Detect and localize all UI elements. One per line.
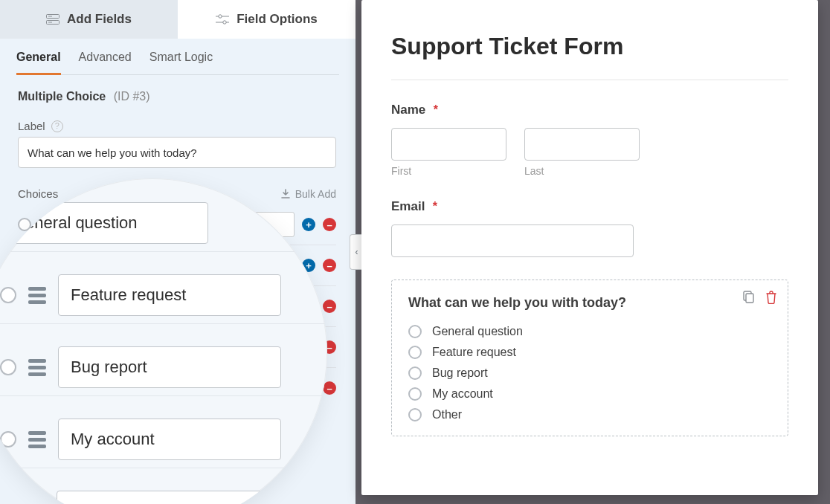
email-label: Email [391, 199, 425, 213]
help-icon[interactable]: ? [51, 120, 63, 132]
svg-point-6 [219, 15, 222, 18]
subtabs: General Advanced Smart Logic [16, 51, 339, 75]
svg-rect-9 [746, 294, 753, 303]
tab-add-fields[interactable]: Add Fields [0, 0, 178, 39]
bulk-add-button[interactable]: Bulk Add [280, 188, 336, 200]
panel-tabs: Add Fields Field Options [0, 0, 356, 39]
remove-choice-icon[interactable]: – [323, 340, 336, 354]
magnified-choice: My account [58, 419, 281, 460]
sidebar: Add Fields Field Options General Advance… [0, 0, 356, 504]
option-row[interactable]: Other [408, 404, 771, 425]
radio-input[interactable] [408, 387, 422, 401]
tab-add-fields-label: Add Fields [67, 12, 132, 27]
drag-handle-icon[interactable] [39, 219, 52, 230]
magnified-drag-icon [28, 431, 46, 448]
form-title: Support Ticket Form [391, 0, 788, 80]
default-radio[interactable] [18, 381, 31, 395]
trash-icon[interactable] [765, 291, 777, 304]
bulk-add-label: Bulk Add [295, 188, 336, 200]
subtab-smart[interactable]: Smart Logic [149, 51, 213, 75]
add-choice-icon[interactable]: + [302, 300, 315, 313]
tab-field-options[interactable]: Field Options [178, 0, 356, 39]
subtab-advanced[interactable]: Advanced [79, 51, 132, 75]
add-choice-icon[interactable]: + [302, 381, 315, 395]
radio-input[interactable] [408, 346, 422, 359]
first-sublabel: First [391, 165, 506, 177]
choice-input[interactable] [59, 212, 295, 237]
option-label: Bug report [432, 366, 488, 380]
required-mark: * [433, 200, 437, 213]
magnified-choice: Other [57, 491, 280, 504]
drag-handle-icon[interactable] [39, 342, 52, 353]
svg-point-7 [223, 21, 226, 24]
option-label: Feature request [432, 346, 516, 359]
add-choice-icon[interactable]: + [302, 259, 315, 272]
choice-list: + – + – + – [18, 204, 336, 408]
choice-row: + – [18, 204, 336, 245]
choice-input[interactable] [59, 294, 295, 319]
option-label: Other [432, 408, 462, 421]
default-radio[interactable] [18, 340, 31, 354]
field-heading: Multiple Choice (ID #3) [18, 90, 338, 103]
radio-input[interactable] [408, 408, 422, 421]
selected-field-block[interactable]: What can we help you with today? General… [391, 280, 788, 436]
default-radio[interactable] [18, 259, 31, 272]
required-mark: * [434, 103, 438, 116]
name-label: Name [391, 103, 425, 117]
add-choice-icon[interactable]: + [302, 340, 315, 354]
drag-handle-icon[interactable] [39, 301, 52, 312]
label-caption: Label [18, 120, 45, 132]
remove-choice-icon[interactable]: – [323, 381, 336, 395]
drag-handle-icon[interactable] [39, 383, 52, 394]
duplicate-icon[interactable] [741, 291, 755, 304]
form-preview: Support Ticket Form Name * First Last Em… [361, 0, 818, 495]
add-fields-icon [46, 14, 59, 25]
sliders-icon [216, 14, 229, 25]
choice-row: + – [18, 326, 336, 367]
remove-choice-icon[interactable]: – [323, 259, 336, 272]
remove-choice-icon[interactable]: – [323, 218, 336, 231]
choice-row: + – [18, 245, 336, 285]
choices-caption: Choices [18, 187, 58, 200]
choice-input[interactable] [59, 335, 295, 360]
choice-input[interactable] [59, 253, 295, 278]
preview-area: Support Ticket Form Name * First Last Em… [356, 0, 830, 504]
default-radio[interactable] [18, 300, 31, 313]
add-choice-icon[interactable]: + [302, 218, 315, 231]
download-icon [280, 189, 291, 199]
option-row[interactable]: General question [408, 321, 771, 342]
choice-row: + – [18, 367, 336, 408]
radio-input[interactable] [408, 366, 422, 380]
label-input[interactable] [18, 137, 336, 168]
choice-row: + – [18, 285, 336, 326]
last-sublabel: Last [524, 165, 640, 177]
option-label: General question [432, 325, 523, 338]
option-row[interactable]: My account [408, 384, 771, 404]
email-input[interactable] [391, 224, 634, 257]
field-id: (ID #3) [114, 90, 150, 103]
option-row[interactable]: Bug report [408, 363, 771, 384]
subtab-general[interactable]: General [16, 51, 61, 75]
remove-choice-icon[interactable]: – [323, 300, 336, 313]
question-label: What can we help you with today? [408, 295, 771, 311]
drag-handle-icon[interactable] [39, 260, 52, 271]
choice-input[interactable] [59, 375, 295, 401]
last-name-input[interactable] [524, 128, 640, 161]
magnified-radio [0, 431, 16, 448]
option-row[interactable]: Feature request [408, 342, 771, 363]
tab-field-options-label: Field Options [237, 12, 318, 27]
first-name-input[interactable] [391, 128, 506, 161]
default-radio[interactable] [18, 218, 31, 231]
radio-input[interactable] [408, 325, 422, 338]
field-type-title: Multiple Choice [18, 90, 106, 103]
option-label: My account [432, 387, 493, 401]
